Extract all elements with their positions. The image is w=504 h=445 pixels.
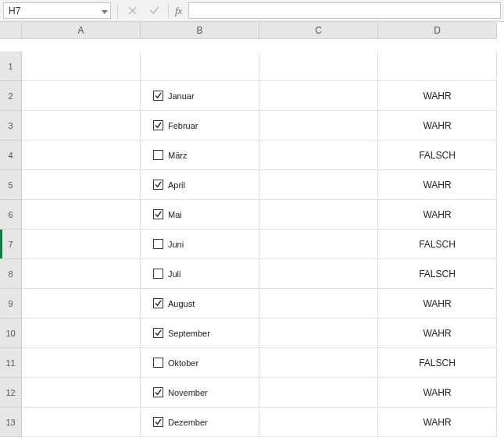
cell[interactable]: [22, 348, 141, 378]
formula-input[interactable]: [188, 2, 501, 19]
cell[interactable]: [22, 378, 141, 408]
cell[interactable]: WAHR: [378, 81, 497, 111]
cell[interactable]: [22, 319, 141, 348]
cell[interactable]: [22, 230, 141, 259]
confirm-icon[interactable]: [146, 3, 162, 19]
column-header-D[interactable]: D: [378, 22, 497, 39]
row-header[interactable]: 13: [0, 408, 22, 437]
select-all-corner[interactable]: [0, 22, 22, 39]
checkbox-unchecked-icon[interactable]: [153, 269, 163, 279]
column-header-C[interactable]: C: [259, 22, 378, 39]
cancel-icon[interactable]: [124, 3, 140, 19]
row-header[interactable]: 9: [0, 289, 22, 319]
cell[interactable]: [259, 289, 378, 319]
checkbox-checked-icon[interactable]: [153, 298, 163, 308]
cell[interactable]: [22, 170, 141, 200]
cell[interactable]: WAHR: [378, 408, 497, 437]
cell[interactable]: Juli: [141, 259, 259, 289]
cell[interactable]: [22, 111, 141, 141]
cell[interactable]: [259, 111, 378, 141]
row-header[interactable]: 4: [0, 141, 22, 170]
cell[interactable]: [259, 141, 378, 170]
cell[interactable]: [378, 52, 497, 81]
cell[interactable]: Juni: [141, 230, 259, 259]
row-header[interactable]: 6: [0, 200, 22, 230]
cell[interactable]: [259, 319, 378, 348]
cell[interactable]: Dezember: [141, 408, 259, 437]
checkbox-checked-icon[interactable]: [153, 91, 163, 101]
cell[interactable]: [259, 230, 378, 259]
checkbox-unchecked-icon[interactable]: [153, 358, 163, 368]
cell[interactable]: [22, 259, 141, 289]
cell[interactable]: FALSCH: [378, 348, 497, 378]
form-checkbox[interactable]: Februar: [153, 120, 198, 130]
cell[interactable]: Januar: [141, 81, 259, 111]
cell[interactable]: März: [141, 141, 259, 170]
checkbox-checked-icon[interactable]: [153, 209, 163, 219]
cell[interactable]: WAHR: [378, 200, 497, 230]
row-header[interactable]: 12: [0, 378, 22, 408]
cell[interactable]: [259, 348, 378, 378]
cell[interactable]: FALSCH: [378, 141, 497, 170]
form-checkbox[interactable]: März: [153, 150, 187, 160]
row-header[interactable]: 11: [0, 348, 22, 378]
form-checkbox[interactable]: Juli: [153, 269, 181, 279]
form-checkbox[interactable]: Januar: [153, 91, 195, 101]
row-header[interactable]: 3: [0, 111, 22, 141]
cell[interactable]: [22, 200, 141, 230]
form-checkbox[interactable]: Mai: [153, 209, 182, 219]
form-checkbox[interactable]: August: [153, 298, 195, 308]
cell[interactable]: [259, 200, 378, 230]
cell[interactable]: [259, 378, 378, 408]
checkbox-checked-icon[interactable]: [153, 387, 163, 397]
cell[interactable]: [141, 52, 259, 81]
checkbox-checked-icon[interactable]: [153, 328, 163, 338]
cell[interactable]: November: [141, 378, 259, 408]
column-header-A[interactable]: A: [22, 22, 141, 39]
cell[interactable]: Oktober: [141, 348, 259, 378]
column-header-B[interactable]: B: [141, 22, 259, 39]
form-checkbox[interactable]: April: [153, 180, 185, 190]
cell[interactable]: [22, 52, 141, 81]
checkbox-unchecked-icon[interactable]: [153, 150, 163, 160]
cell[interactable]: WAHR: [378, 289, 497, 319]
fx-icon[interactable]: fx: [175, 5, 182, 17]
cell[interactable]: WAHR: [378, 170, 497, 200]
checkbox-unchecked-icon[interactable]: [153, 239, 163, 249]
cell[interactable]: [22, 408, 141, 437]
cell[interactable]: FALSCH: [378, 259, 497, 289]
cell[interactable]: [259, 81, 378, 111]
cell[interactable]: WAHR: [378, 319, 497, 348]
form-checkbox[interactable]: Dezember: [153, 417, 208, 427]
cell[interactable]: [259, 52, 378, 81]
cell[interactable]: [22, 81, 141, 111]
form-checkbox[interactable]: September: [153, 328, 210, 338]
row-header[interactable]: 2: [0, 81, 22, 111]
row-header[interactable]: 8: [0, 259, 22, 289]
cell[interactable]: Mai: [141, 200, 259, 230]
cell[interactable]: August: [141, 289, 259, 319]
row-header[interactable]: 1: [0, 52, 22, 81]
cell[interactable]: [259, 408, 378, 437]
cell[interactable]: September: [141, 319, 259, 348]
cell[interactable]: [22, 141, 141, 170]
cell[interactable]: FALSCH: [378, 230, 497, 259]
worksheet-grid[interactable]: ABCD12JanuarWAHR3FebruarWAHR4MärzFALSCH5…: [0, 22, 504, 437]
cell[interactable]: Februar: [141, 111, 259, 141]
name-box[interactable]: [3, 2, 111, 19]
row-header[interactable]: 10: [0, 319, 22, 348]
row-header[interactable]: 5: [0, 170, 22, 200]
cell[interactable]: [259, 259, 378, 289]
checkbox-checked-icon[interactable]: [153, 120, 163, 130]
form-checkbox[interactable]: November: [153, 387, 208, 397]
cell[interactable]: [22, 289, 141, 319]
cell[interactable]: WAHR: [378, 378, 497, 408]
cell[interactable]: [259, 170, 378, 200]
form-checkbox[interactable]: Oktober: [153, 358, 198, 368]
row-header[interactable]: 7: [0, 230, 22, 259]
cell[interactable]: WAHR: [378, 111, 497, 141]
checkbox-checked-icon[interactable]: [153, 417, 163, 427]
checkbox-checked-icon[interactable]: [153, 180, 163, 190]
cell[interactable]: April: [141, 170, 259, 200]
form-checkbox[interactable]: Juni: [153, 239, 184, 249]
